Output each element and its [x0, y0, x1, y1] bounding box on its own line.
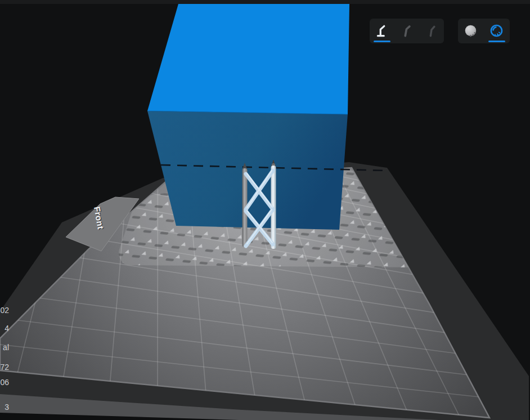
shading-toolbar — [458, 19, 510, 43]
support-style-2-button[interactable] — [396, 19, 418, 43]
angled-support-icon — [375, 24, 389, 38]
scene-canvas: Front Front — [0, 0, 530, 420]
shading-outline-sphere-button[interactable] — [486, 19, 508, 43]
support-style-toolbar — [370, 19, 444, 43]
outline-sphere-icon — [489, 24, 504, 38]
left-edge-fragment: 3 — [0, 403, 9, 412]
support-style-1-button[interactable] — [371, 19, 393, 43]
3d-viewport[interactable]: Front Front — [0, 0, 530, 420]
left-edge-fragment: 06 — [0, 378, 9, 387]
cube-top-face — [147, 4, 349, 114]
left-edge-fragment: al — [0, 343, 9, 352]
left-edge-fragment: 02 — [0, 306, 9, 315]
left-edge-fragment: 4 — [0, 324, 9, 333]
window-top-strip — [0, 0, 530, 4]
solid-sphere-icon — [464, 24, 478, 38]
support-style-3-button[interactable] — [420, 19, 443, 43]
shading-solid-sphere-button[interactable] — [460, 19, 482, 43]
active-underline — [374, 41, 390, 43]
active-underline — [488, 41, 505, 43]
angled-support-icon — [424, 24, 439, 38]
left-edge-fragment: 72 — [0, 363, 9, 372]
angled-support-icon — [399, 24, 414, 38]
